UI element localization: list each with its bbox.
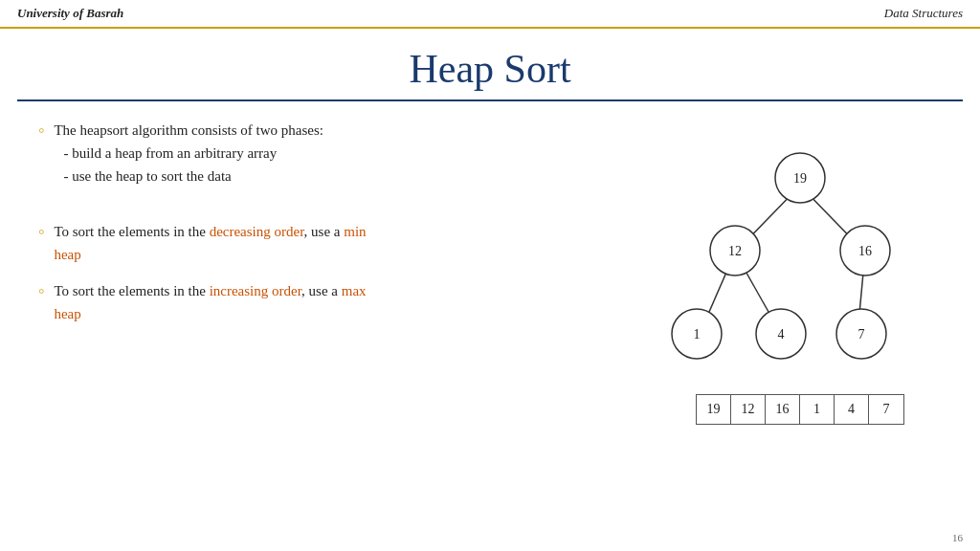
university-name: University of Basrah (17, 6, 123, 21)
array-cell-3: 1 (800, 395, 835, 424)
bullet-2-before: To sort the elements in the (54, 224, 209, 239)
bullet-text-1: The heapsort algorithm consists of two p… (54, 119, 323, 187)
bullet-icon-2: ◦ (38, 222, 44, 242)
array-cell-2: 16 (766, 395, 800, 424)
bullet-2-mid: , use a (304, 224, 345, 239)
tree-label-4: 4 (778, 327, 785, 342)
bullet-3-highlight1: increasing order (210, 283, 301, 298)
bullet-3-before: To sort the elements in the (54, 283, 209, 298)
bullet-1-sub2: - use the heap to sort the data (63, 165, 323, 187)
array-cell-4: 4 (835, 395, 869, 424)
page-title: Heap Sort (17, 46, 963, 92)
bullet-text-2: To sort the elements in the decreasing o… (54, 220, 366, 266)
tree-label-16: 16 (858, 244, 872, 258)
tree-diagram: 19 12 16 1 4 7 (657, 119, 944, 386)
tree-label-7: 7 (858, 327, 865, 342)
text-area: ◦ The heapsort algorithm consists of two… (38, 119, 647, 551)
bullet-icon-3: ◦ (38, 281, 44, 301)
array-cell-1: 12 (731, 395, 766, 424)
bullet-1-sub1: - build a heap from an arbitrary array (63, 142, 323, 165)
bullet-icon-1: ◦ (38, 121, 44, 141)
page-number: 16 (952, 532, 963, 543)
diagram-area: 19 12 16 1 4 7 19 12 16 1 4 7 (647, 119, 953, 551)
tree-label-1: 1 (694, 327, 701, 342)
array-table: 19 12 16 1 4 7 (696, 394, 904, 425)
tree-label-19: 19 (793, 171, 807, 186)
bullet-1-main: The heapsort algorithm consists of two p… (54, 122, 323, 138)
bullet-2-highlight1: decreasing order (210, 224, 304, 239)
bullet-3-mid: , use a (301, 283, 342, 298)
tree-label-12: 12 (728, 244, 742, 258)
bullet-1: ◦ The heapsort algorithm consists of two… (38, 119, 628, 187)
title-section: Heap Sort (17, 29, 963, 101)
bullet-2: ◦ To sort the elements in the decreasing… (38, 220, 628, 266)
header: University of Basrah Data Structures (0, 0, 980, 29)
course-name: Data Structures (884, 6, 963, 21)
array-cell-5: 7 (869, 395, 903, 424)
bullet-3: ◦ To sort the elements in the increasing… (38, 279, 628, 325)
main-content: ◦ The heapsort algorithm consists of two… (0, 101, 980, 551)
array-cell-0: 19 (697, 395, 731, 424)
bullet-text-3: To sort the elements in the increasing o… (54, 279, 366, 325)
